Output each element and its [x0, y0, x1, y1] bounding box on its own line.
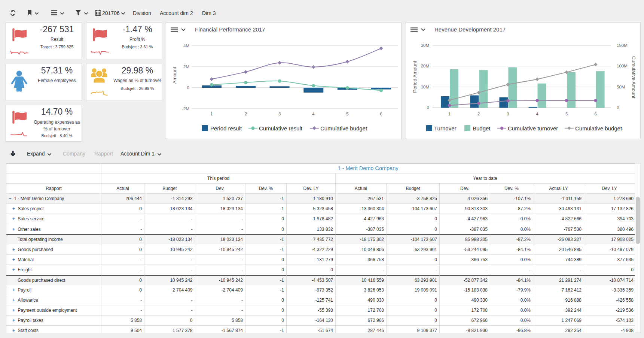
svg-text:Turnover: Turnover [434, 125, 456, 132]
svg-text:Period Amount: Period Amount [412, 61, 418, 93]
svg-text:2M: 2M [183, 64, 189, 69]
svg-text:1: 1 [210, 112, 213, 116]
svg-text:2: 2 [244, 112, 247, 116]
svg-text:4: 4 [312, 112, 315, 116]
svg-text:Cumulative turnover: Cumulative turnover [508, 125, 558, 132]
svg-text:Amount: Amount [172, 67, 177, 84]
svg-text:Period result: Period result [210, 125, 242, 132]
svg-text:2: 2 [477, 112, 480, 116]
svg-text:0: 0 [427, 105, 429, 110]
svg-text:0: 0 [187, 85, 189, 90]
svg-text:4M: 4M [183, 43, 189, 48]
svg-text:-2M: -2M [182, 106, 189, 111]
svg-text:150M: 150M [617, 43, 628, 48]
svg-text:Cumulative Amount: Cumulative Amount [631, 56, 637, 99]
svg-text:Cumulative budget: Cumulative budget [575, 125, 622, 132]
svg-text:30M: 30M [421, 43, 429, 48]
svg-text:5: 5 [346, 112, 348, 116]
svg-text:3: 3 [278, 112, 281, 116]
svg-text:Revenue Development 2017: Revenue Development 2017 [434, 26, 506, 33]
svg-text:6: 6 [594, 112, 596, 116]
svg-text:20M: 20M [421, 64, 429, 68]
svg-text:3: 3 [507, 112, 509, 116]
svg-text:50M: 50M [617, 85, 625, 89]
svg-text:0: 0 [617, 105, 619, 110]
svg-text:4: 4 [536, 112, 538, 116]
svg-text:Budget: Budget [473, 125, 491, 132]
svg-text:6: 6 [380, 112, 382, 116]
svg-text:1: 1 [448, 112, 451, 116]
svg-text:Cumulative budget: Cumulative budget [320, 125, 367, 132]
svg-text:5: 5 [565, 112, 568, 116]
svg-text:Cumulative result: Cumulative result [259, 125, 303, 132]
svg-text:10M: 10M [421, 85, 429, 89]
svg-text:Financial Performance 2017: Financial Performance 2017 [195, 26, 265, 33]
svg-text:100M: 100M [617, 64, 628, 68]
